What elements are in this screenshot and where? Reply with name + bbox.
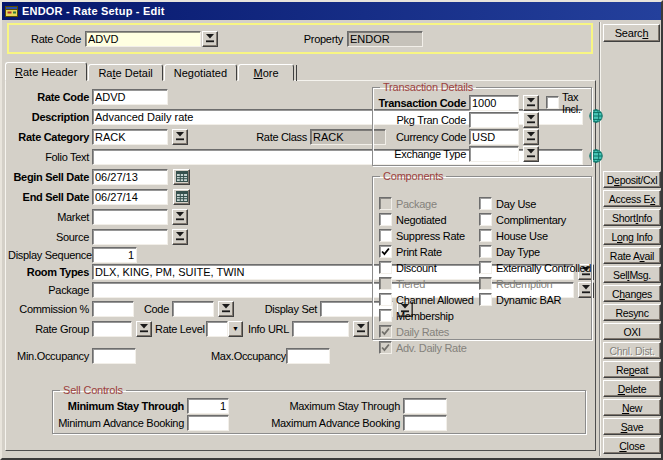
max-occupancy-input[interactable] xyxy=(286,348,330,364)
search-button[interactable]: Search xyxy=(603,24,660,42)
checkbox-dynamic-bar[interactable] xyxy=(479,293,492,306)
pkg-tran-code-lov-button[interactable] xyxy=(523,112,539,128)
tab-rate-detail[interactable]: Rate Detail xyxy=(88,64,162,81)
commission-row: Commission % Code Display Set xyxy=(8,300,413,317)
component-day-type[interactable]: Day Type xyxy=(479,244,591,259)
rate-group-lov-button[interactable] xyxy=(136,321,152,337)
component-tiered: Tiered xyxy=(379,276,473,291)
rate-group-input[interactable] xyxy=(92,321,132,337)
changes-button[interactable]: Changes xyxy=(603,285,661,302)
currency-code-lov-button[interactable] xyxy=(523,129,539,145)
new-button[interactable]: New xyxy=(603,399,661,416)
checkbox-negotiated[interactable] xyxy=(379,213,392,226)
component-membership[interactable]: Membership xyxy=(379,308,473,323)
rate-code-lov-button[interactable] xyxy=(202,31,218,47)
info-url-lov-button[interactable] xyxy=(353,321,369,337)
rate-level-input[interactable] xyxy=(206,321,228,337)
component-suppress-rate[interactable]: Suppress Rate xyxy=(379,228,473,243)
max-adv-input[interactable] xyxy=(403,415,447,431)
checkbox-house-use[interactable] xyxy=(479,229,492,242)
market-lov-button[interactable] xyxy=(172,209,188,225)
component-print-rate[interactable]: Print Rate xyxy=(379,244,473,259)
min-occupancy-input[interactable] xyxy=(92,348,136,364)
checkbox-label: Complimentary xyxy=(496,214,566,226)
max-stay-input[interactable] xyxy=(403,398,447,414)
calendar-button[interactable] xyxy=(173,189,190,205)
market-label: Market xyxy=(8,211,89,223)
checkbox-discount[interactable] xyxy=(379,261,392,274)
component-house-use[interactable]: House Use xyxy=(479,228,591,243)
long-info-button[interactable]: Long Info xyxy=(603,228,661,245)
commission-code-lov-button[interactable] xyxy=(218,301,234,317)
checkbox-print-rate[interactable] xyxy=(379,245,392,258)
component-negotiated[interactable]: Negotiated xyxy=(379,212,473,227)
checkbox-channel-allowed[interactable] xyxy=(379,293,392,306)
rate-category-input[interactable] xyxy=(92,129,168,145)
repeat-button[interactable]: Repeat xyxy=(603,361,661,378)
checkbox-label: Externally Controlled xyxy=(496,262,591,274)
exchange-type-input[interactable] xyxy=(469,146,519,162)
transaction-code-input[interactable] xyxy=(469,95,519,111)
header-rate-code-input[interactable] xyxy=(85,31,201,47)
checkbox-day-type[interactable] xyxy=(479,245,492,258)
app-icon xyxy=(5,5,18,17)
end-sell-date-input[interactable] xyxy=(92,189,168,205)
sell-controls-title: Sell Controls xyxy=(60,384,126,396)
component-channel-allowed[interactable]: Channel Allowed xyxy=(379,292,473,307)
commission-label: Commission % xyxy=(8,303,89,315)
checkbox-membership[interactable] xyxy=(379,309,392,322)
component-complimentary[interactable]: Complimentary xyxy=(479,212,591,227)
deposit-cxl-button[interactable]: Deposit/Cxl xyxy=(603,171,661,188)
transaction-code-lov-button[interactable] xyxy=(523,95,539,111)
tax-incl-checkbox[interactable] xyxy=(546,96,559,109)
checkbox-tiered xyxy=(379,277,392,290)
pkg-tran-code-input[interactable] xyxy=(469,112,519,128)
component-day-use[interactable]: Day Use xyxy=(479,196,591,211)
rate-code-input[interactable] xyxy=(92,89,168,105)
checkbox-externally-controlled[interactable] xyxy=(479,261,492,274)
oxi-button[interactable]: OXI xyxy=(603,323,661,340)
info-url-input[interactable] xyxy=(292,321,349,337)
commission-input[interactable] xyxy=(92,301,134,317)
package-label: Package xyxy=(8,284,89,296)
header-rate-code-label: Rate Code xyxy=(9,33,81,45)
checkbox-suppress-rate[interactable] xyxy=(379,229,392,242)
commission-code-input[interactable] xyxy=(172,301,214,317)
component-externally-controlled[interactable]: Externally Controlled xyxy=(479,260,591,275)
save-button[interactable]: Save xyxy=(603,418,661,435)
sell-msg-button[interactable]: Sell Msg. xyxy=(603,266,661,283)
exchange-type-lov-button[interactable] xyxy=(523,146,539,162)
access-ex-button[interactable]: Access Ex xyxy=(603,190,661,207)
begin-sell-date-input[interactable] xyxy=(92,169,168,185)
component-dynamic-bar[interactable]: Dynamic BAR xyxy=(479,292,591,307)
tab-rate-header[interactable]: Rate Header xyxy=(5,62,87,81)
source-label: Source xyxy=(8,231,89,243)
close-button[interactable]: Close xyxy=(603,437,661,454)
min-stay-label: Minimum Stay Through xyxy=(56,400,184,412)
delete-button[interactable]: Delete xyxy=(603,380,661,397)
short-info-button[interactable]: Short Info xyxy=(603,209,661,226)
min-stay-input[interactable] xyxy=(187,398,229,414)
components-group: Components PackageNegotiatedSuppress Rat… xyxy=(372,170,592,340)
rate-avail-button[interactable]: Rate Avail xyxy=(603,247,661,264)
min-adv-input[interactable] xyxy=(187,415,229,431)
tab-more[interactable]: More xyxy=(238,64,294,81)
chevron-down-icon[interactable]: ▼ xyxy=(228,321,243,337)
resync-button[interactable]: Resync xyxy=(603,304,661,321)
tax-incl-label: Tax Incl. xyxy=(562,91,588,115)
checkbox-day-use[interactable] xyxy=(479,197,492,210)
display-sequence-input[interactable] xyxy=(92,247,137,263)
currency-code-input[interactable] xyxy=(469,129,519,145)
source-input[interactable] xyxy=(92,229,168,245)
checkbox-complimentary[interactable] xyxy=(479,213,492,226)
component-discount[interactable]: Discount xyxy=(379,260,473,275)
rate-category-lov-button[interactable] xyxy=(172,129,188,145)
tab-negotiated[interactable]: Negotiated xyxy=(164,64,237,81)
rate-level-combo[interactable]: ▼ xyxy=(206,321,243,337)
header-panel: Rate Code Property xyxy=(7,23,593,54)
calendar-button[interactable] xyxy=(173,169,190,185)
source-lov-button[interactable] xyxy=(172,229,188,245)
side-button-column: Deposit/CxlAccess ExShort InfoLong InfoR… xyxy=(603,171,661,454)
market-input[interactable] xyxy=(92,209,168,225)
min-adv-label: Minimum Advance Booking xyxy=(56,417,184,429)
